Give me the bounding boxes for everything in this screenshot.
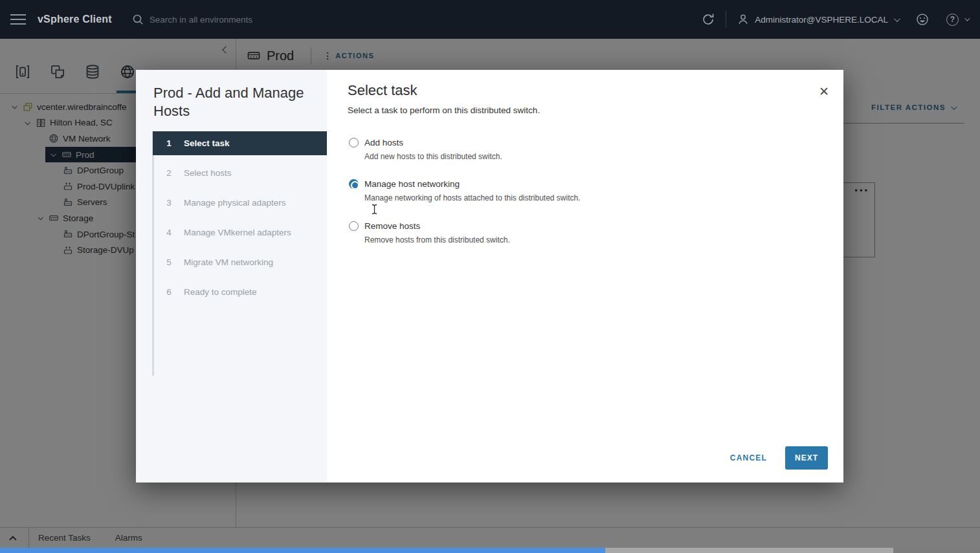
chevron-down-icon — [894, 16, 900, 22]
help-icon: ? — [946, 14, 959, 26]
help-menu[interactable]: ? — [946, 14, 968, 26]
wizard-step-2: 2 Select hosts — [153, 161, 327, 185]
wizard-step-1[interactable]: 1 Select task — [153, 131, 327, 155]
scrollbar-track — [605, 548, 893, 553]
horizontal-scrollbar[interactable] — [0, 548, 980, 553]
hamburger-menu-icon[interactable] — [10, 11, 26, 28]
option-description: Add new hosts to this distributed switch… — [364, 152, 818, 161]
step-title: Select task — [348, 82, 418, 99]
wizard-sidebar: Prod - Add and Manage Hosts 1 Select tas… — [136, 70, 327, 483]
global-search — [131, 13, 684, 26]
topbar-right: Administrator@VSPHERE.LOCAL ? — [684, 11, 968, 28]
radio-remove-hosts[interactable] — [349, 221, 359, 231]
user-icon — [737, 13, 750, 26]
close-icon[interactable]: ✕ — [819, 85, 829, 98]
wizard-steps: 1 Select task 2 Select hosts 3 Manage ph… — [153, 131, 327, 310]
feedback-icon[interactable] — [915, 12, 930, 27]
next-button[interactable]: NEXT — [785, 446, 828, 470]
topbar-divider — [726, 11, 726, 28]
step-subtitle: Select a task to perform on this distrib… — [348, 105, 540, 115]
search-input[interactable] — [150, 15, 421, 25]
option-manage-host-networking: Manage host networking Manage networking… — [349, 179, 818, 202]
option-description: Manage networking of hosts attached to t… — [364, 193, 818, 202]
text-cursor — [371, 204, 378, 215]
refresh-icon[interactable] — [701, 12, 715, 27]
radio-manage-host-networking[interactable] — [349, 179, 359, 189]
wizard-content: ✕ Select task Select a task to perform o… — [327, 70, 843, 483]
wizard-step-6: 6 Ready to complete — [153, 280, 327, 304]
option-remove-hosts: Remove hosts Remove hosts from this dist… — [349, 221, 818, 244]
chevron-down-icon — [964, 16, 970, 21]
scrollbar-thumb[interactable] — [0, 548, 605, 553]
wizard-footer: CANCEL NEXT — [730, 446, 828, 470]
top-bar: vSphere Client Administrator@VSPHERE.LOC… — [0, 0, 980, 39]
search-icon — [131, 13, 144, 26]
wizard-step-5: 5 Migrate VM networking — [153, 250, 327, 274]
radio-add-hosts[interactable] — [349, 138, 359, 147]
scrollbar-track-end — [893, 548, 980, 553]
cancel-button[interactable]: CANCEL — [730, 453, 767, 462]
option-description: Remove hosts from this distributed switc… — [364, 235, 818, 244]
option-add-hosts: Add hosts Add new hosts to this distribu… — [349, 138, 818, 161]
task-options: Add hosts Add new hosts to this distribu… — [349, 138, 818, 263]
user-name: Administrator@VSPHERE.LOCAL — [755, 15, 888, 25]
app-title: vSphere Client — [38, 14, 112, 25]
wizard-step-4: 4 Manage VMkernel adapters — [153, 221, 327, 244]
wizard-step-3: 3 Manage physical adapters — [153, 191, 327, 215]
add-and-manage-hosts-dialog: Prod - Add and Manage Hosts 1 Select tas… — [136, 70, 843, 483]
user-menu[interactable]: Administrator@VSPHERE.LOCAL — [737, 13, 898, 26]
wizard-title: Prod - Add and Manage Hosts — [153, 84, 315, 120]
